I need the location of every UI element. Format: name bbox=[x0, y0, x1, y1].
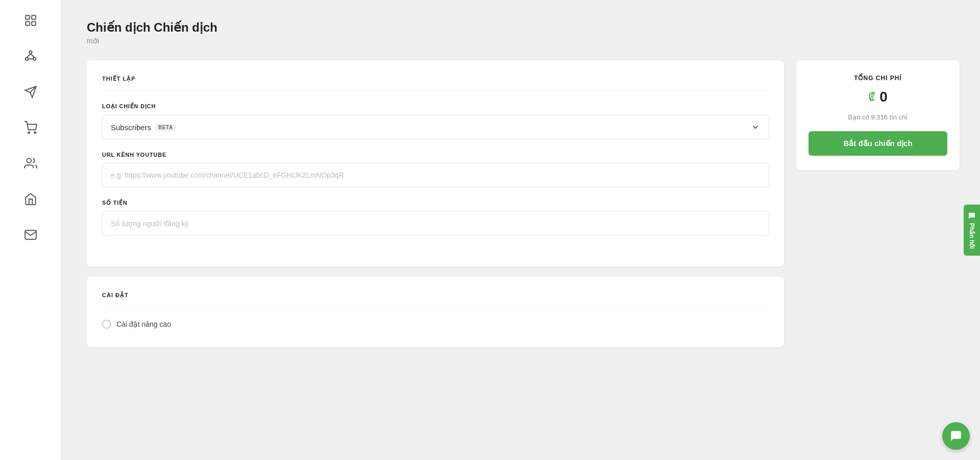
sidebar-item-dashboard[interactable] bbox=[20, 10, 41, 31]
start-campaign-button[interactable]: Bắt đầu chiến dịch bbox=[808, 131, 947, 156]
campaign-type-value-wrapper: Subscribers BETA bbox=[111, 123, 176, 132]
svg-point-4 bbox=[29, 51, 32, 54]
feedback-label: Phản hồi bbox=[968, 223, 975, 249]
sidebar-item-audience[interactable] bbox=[20, 153, 41, 174]
sidebar-item-campaign[interactable] bbox=[20, 82, 41, 102]
advanced-settings-checkbox[interactable] bbox=[102, 320, 111, 329]
svg-point-11 bbox=[34, 132, 36, 133]
beta-badge: BETA bbox=[155, 124, 176, 131]
amount-field: SỐ TIỀN bbox=[102, 200, 769, 236]
svg-rect-3 bbox=[32, 21, 36, 26]
cost-number: 0 bbox=[879, 89, 888, 105]
svg-point-10 bbox=[28, 132, 30, 133]
left-panel: THIẾT LẬP LOẠI CHIẾN DỊCH Subscribers BE… bbox=[87, 60, 784, 347]
cost-title: TỔNG CHI PHÍ bbox=[808, 75, 947, 82]
setup-section-title: THIẾT LẬP bbox=[102, 76, 769, 91]
sidebar-item-cart[interactable] bbox=[20, 117, 41, 138]
svg-line-8 bbox=[31, 54, 35, 58]
feedback-button[interactable]: Phản hồi bbox=[964, 204, 980, 256]
page-title: Chiến dịch Chiến dịch bbox=[87, 20, 960, 35]
campaign-type-select[interactable]: Subscribers BETA bbox=[102, 115, 769, 139]
chat-button[interactable] bbox=[942, 422, 970, 450]
svg-point-6 bbox=[33, 58, 35, 60]
svg-point-12 bbox=[27, 158, 31, 163]
svg-rect-0 bbox=[26, 15, 30, 19]
settings-card: CÀI ĐẶT Cài đặt nâng cao bbox=[87, 277, 784, 347]
setup-card: THIẾT LẬP LOẠI CHIẾN DỊCH Subscribers BE… bbox=[87, 60, 784, 267]
campaign-type-label: LOẠI CHIẾN DỊCH bbox=[102, 103, 769, 110]
youtube-url-field: URL KÊNH YOUTUBE bbox=[102, 152, 769, 187]
sidebar-item-bank[interactable] bbox=[20, 189, 41, 209]
svg-rect-2 bbox=[26, 21, 30, 26]
sidebar-item-email[interactable] bbox=[20, 225, 41, 245]
cost-amount-row: ₡ 0 bbox=[808, 89, 947, 105]
credit-info: Bạn có 9.316 tín chỉ bbox=[808, 113, 947, 121]
chat-icon bbox=[968, 211, 976, 220]
campaign-type-field: LOẠI CHIẾN DỊCH Subscribers BETA bbox=[102, 103, 769, 139]
right-panel: TỔNG CHI PHÍ ₡ 0 Bạn có 9.316 tín chỉ Bắ… bbox=[796, 60, 960, 170]
amount-label: SỐ TIỀN bbox=[102, 200, 769, 206]
svg-line-7 bbox=[27, 54, 31, 58]
coin-icon: ₡ bbox=[868, 90, 875, 104]
chat-bubble-icon bbox=[949, 429, 963, 443]
campaign-type-value: Subscribers bbox=[111, 123, 151, 132]
youtube-url-label: URL KÊNH YOUTUBE bbox=[102, 152, 769, 158]
advanced-settings-row: Cài đặt nâng cao bbox=[102, 320, 769, 329]
sidebar-item-affiliate[interactable] bbox=[20, 46, 41, 66]
cost-card: TỔNG CHI PHÍ ₡ 0 Bạn có 9.316 tín chỉ Bắ… bbox=[796, 60, 960, 170]
amount-input[interactable] bbox=[102, 211, 769, 236]
youtube-url-input[interactable] bbox=[102, 163, 769, 187]
advanced-settings-label: Cài đặt nâng cao bbox=[116, 320, 171, 328]
svg-rect-1 bbox=[32, 15, 36, 19]
chevron-down-icon bbox=[751, 123, 760, 132]
main-content: Chiến dịch Chiến dịch mới THIẾT LẬP LOẠI… bbox=[61, 0, 980, 460]
sidebar bbox=[0, 0, 61, 460]
content-area: THIẾT LẬP LOẠI CHIẾN DỊCH Subscribers BE… bbox=[87, 60, 960, 347]
svg-point-5 bbox=[25, 58, 28, 60]
settings-section-title: CÀI ĐẶT bbox=[102, 292, 769, 307]
page-subtitle: mới bbox=[87, 37, 960, 45]
